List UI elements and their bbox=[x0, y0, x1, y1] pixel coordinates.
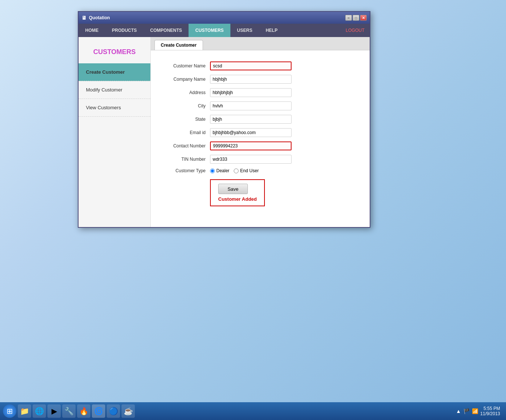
tin-number-label: TIN Number bbox=[166, 157, 210, 162]
save-section-border: Save Customer Added bbox=[210, 179, 265, 206]
dialog-titlebar: 🖥 Quotation – □ ✕ bbox=[79, 12, 370, 24]
tab-create-customer[interactable]: Create Customer bbox=[154, 40, 203, 50]
tab-header: Create Customer bbox=[151, 37, 370, 50]
taskbar-icon-firefox[interactable]: 🔥 bbox=[77, 404, 90, 418]
dialog-navigation: HOME PRODUCTS COMPONENTS CUSTOMERS USERS… bbox=[79, 24, 370, 37]
customer-type-row: Customer Type Dealer End User bbox=[166, 168, 355, 173]
save-button[interactable]: Save bbox=[218, 184, 248, 194]
tin-number-input[interactable] bbox=[210, 155, 292, 164]
state-label: State bbox=[166, 117, 210, 122]
address-label: Address bbox=[166, 90, 210, 95]
sidebar-item-create-customer[interactable]: Create Customer bbox=[79, 63, 150, 81]
customer-name-input[interactable] bbox=[210, 61, 292, 70]
taskbar-icon-eclipse[interactable]: 🔵 bbox=[107, 404, 120, 418]
company-name-row: Company Name bbox=[166, 75, 355, 84]
email-input[interactable] bbox=[210, 128, 292, 137]
address-input[interactable] bbox=[210, 88, 292, 97]
taskbar-icon-folder[interactable]: 📁 bbox=[18, 404, 31, 418]
state-input[interactable] bbox=[210, 115, 292, 124]
customer-name-label: Customer Name bbox=[166, 63, 210, 69]
contact-number-input[interactable] bbox=[210, 141, 292, 150]
company-name-input[interactable] bbox=[210, 75, 292, 84]
taskbar: ⊞ 📁 🌐 ▶ 🔧 🔥 🌀 🔵 ☕ ▲ 🏴 📶 5:55 PM 11/9/201… bbox=[0, 402, 506, 420]
taskbar-date: 11/9/2013 bbox=[480, 411, 500, 416]
save-area: Save Customer Added bbox=[210, 179, 355, 206]
tray-icon-flag: 🏴 bbox=[463, 408, 470, 414]
sidebar-item-view-customers[interactable]: View Customers bbox=[79, 99, 150, 117]
contact-number-row: Contact Number bbox=[166, 141, 355, 150]
customer-type-label: Customer Type bbox=[166, 168, 210, 173]
taskbar-icon-java[interactable]: ☕ bbox=[121, 404, 135, 418]
radio-dealer-input[interactable] bbox=[210, 169, 215, 173]
nav-item-home[interactable]: HOME bbox=[79, 24, 105, 37]
customer-name-row: Customer Name bbox=[166, 61, 355, 70]
nav-item-customers[interactable]: CUSTOMERS bbox=[189, 24, 230, 37]
dialog-sidebar: CUSTOMERS Create Customer Modify Custome… bbox=[79, 37, 151, 227]
dialog-title: Quotation bbox=[89, 15, 110, 20]
tin-number-row: TIN Number bbox=[166, 155, 355, 164]
sidebar-item-modify-customer[interactable]: Modify Customer bbox=[79, 81, 150, 99]
taskbar-tray: ▲ 🏴 📶 5:55 PM 11/9/2013 bbox=[456, 406, 503, 416]
nav-item-components[interactable]: COMPONENTS bbox=[143, 24, 189, 37]
dialog-main-content: Create Customer Customer Name Company Na… bbox=[151, 37, 370, 227]
dialog-body: CUSTOMERS Create Customer Modify Custome… bbox=[79, 37, 370, 227]
nav-item-products[interactable]: PRODUCTS bbox=[105, 24, 143, 37]
tray-icon-network: 📶 bbox=[472, 408, 478, 414]
radio-end-user-label: End User bbox=[240, 168, 259, 173]
city-row: City bbox=[166, 101, 355, 110]
quotation-dialog: 🖥 Quotation – □ ✕ HOME PRODUCTS COMPONEN… bbox=[78, 11, 370, 228]
customer-added-message: Customer Added bbox=[218, 196, 257, 202]
nav-item-users[interactable]: USERS bbox=[230, 24, 259, 37]
taskbar-icon-media[interactable]: ▶ bbox=[47, 404, 61, 418]
city-label: City bbox=[166, 103, 210, 109]
state-row: State bbox=[166, 115, 355, 124]
radio-end-user[interactable]: End User bbox=[234, 168, 259, 173]
taskbar-icon-chrome[interactable]: 🌀 bbox=[92, 404, 105, 418]
radio-dealer-label: Dealer bbox=[216, 168, 229, 173]
address-row: Address bbox=[166, 88, 355, 97]
dialog-close-button[interactable]: ✕ bbox=[360, 15, 367, 21]
radio-end-user-input[interactable] bbox=[234, 169, 239, 173]
sidebar-heading: CUSTOMERS bbox=[79, 44, 150, 63]
company-name-label: Company Name bbox=[166, 77, 210, 82]
email-row: Email id bbox=[166, 128, 355, 137]
customer-type-radio-group: Dealer End User bbox=[210, 168, 259, 173]
taskbar-icon-ie[interactable]: 🌐 bbox=[33, 404, 46, 418]
radio-dealer[interactable]: Dealer bbox=[210, 168, 229, 173]
taskbar-start-button[interactable]: ⊞ bbox=[3, 404, 16, 418]
city-input[interactable] bbox=[210, 101, 292, 110]
tray-icon-1: ▲ bbox=[456, 408, 461, 414]
dialog-restore-button[interactable]: □ bbox=[353, 15, 359, 21]
dialog-minimize-button[interactable]: – bbox=[345, 15, 352, 21]
dialog-window-buttons: – □ ✕ bbox=[345, 15, 367, 21]
taskbar-icon-tools[interactable]: 🔧 bbox=[62, 404, 76, 418]
create-customer-form: Customer Name Company Name Address City bbox=[151, 50, 370, 217]
logout-button[interactable]: LOGOUT bbox=[340, 24, 370, 37]
taskbar-time: 5:55 PM bbox=[480, 406, 500, 411]
dialog-title-icon: 🖥 bbox=[81, 15, 87, 21]
taskbar-clock: 5:55 PM 11/9/2013 bbox=[480, 406, 503, 416]
contact-number-label: Contact Number bbox=[166, 143, 210, 149]
nav-item-help[interactable]: HELP bbox=[259, 24, 284, 37]
email-label: Email id bbox=[166, 130, 210, 135]
